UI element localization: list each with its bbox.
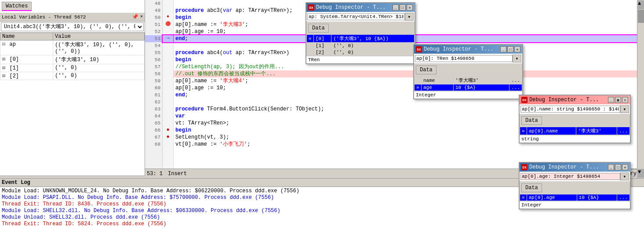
expand-icon[interactable]: ⊞ <box>2 65 5 71</box>
line-num: 51 <box>145 21 162 28</box>
di-address-input[interactable] <box>415 55 513 62</box>
di-footer: string <box>520 135 630 143</box>
di-addr-dropdown[interactable]: ▼ <box>513 55 521 62</box>
line-num: 55 <box>145 49 162 56</box>
di-tab-row: Data <box>520 182 630 194</box>
col-value: Value <box>53 33 145 40</box>
di-expand-btn[interactable]: ... <box>617 127 630 135</box>
close-button[interactable]: ✕ <box>514 46 520 52</box>
di-key: ap[0].name <box>527 127 576 135</box>
di-expand-btn[interactable]: ... <box>617 194 630 201</box>
line-num: 67 <box>145 134 162 141</box>
code-text: ; <box>247 141 250 147</box>
expand-icon[interactable]: ⊟ <box>2 41 5 48</box>
di-title-text: Debug Inspector - T... <box>424 46 493 52</box>
gutter-line <box>163 49 173 56</box>
maximize-button[interactable]: □ <box>615 164 621 170</box>
expand-icon[interactable]: ⊞ <box>2 73 5 79</box>
code-text: abc3( <box>207 7 223 14</box>
breakpoint-marker: ● <box>163 134 173 141</box>
debug-inspector-3: DX Debug Inspector - T... _ ▣ ✕ ▼ Data »… <box>519 95 631 143</box>
di-expand-cell: » <box>520 194 527 201</box>
close-icon[interactable]: ✕ <box>140 14 143 20</box>
gutter-line <box>163 106 173 113</box>
var-value-2: ('', 0) <box>53 72 145 80</box>
code-text: ap: TArray<TRen>) <box>236 50 289 56</box>
restore-button[interactable]: ▣ <box>615 97 621 103</box>
log-line: Module Unload: SHELL32.dll. Process ddd.… <box>2 214 642 221</box>
di-addr-dropdown[interactable]: ▼ <box>620 172 629 180</box>
di-title-text: Debug Inspector - T... <box>316 4 386 11</box>
di-window-controls: _ □ ✕ <box>500 46 520 52</box>
expand-icon[interactable]: ⊞ <box>2 56 5 62</box>
di-data-tab[interactable]: Data <box>521 116 542 125</box>
di-addr-dropdown[interactable]: ▼ <box>405 13 414 21</box>
var-value-0: ('李大嘴3', 10) <box>53 55 145 64</box>
keyword: out <box>223 50 236 56</box>
debug-inspector-4: DX Debug Inspector - T... _ □ ✕ ▼ Data »… <box>519 162 631 209</box>
line-num: 64 <box>145 113 162 120</box>
keyword: procedure <box>175 7 207 14</box>
di-value: '李大嘴3' <box>453 77 509 84</box>
di-expand-cell: » <box>520 127 527 135</box>
left-panel: Watches Local Variables - Thread 5672 📌 … <box>0 0 145 176</box>
di-address-input[interactable] <box>520 173 620 180</box>
maximize-button[interactable]: □ <box>507 46 513 52</box>
main-scrollbar-v[interactable]: ▲ ▼ <box>637 0 644 178</box>
var-value-ap: (('李大嘴3', 10), ('', 0), ('', 0)) <box>53 40 145 55</box>
minimize-button[interactable]: _ <box>393 4 399 11</box>
marker-gutter: ● 🔴 → ● ● <box>163 0 174 178</box>
table-row[interactable]: » ap[0].name '李大嘴3' ... <box>520 127 630 135</box>
maximize-button[interactable]: □ <box>400 4 406 11</box>
di-footer: Integer <box>520 201 630 209</box>
di-title-left: DX Debug Inspector - T... <box>416 46 493 52</box>
di-data-table: » ap[0].name '李大嘴3' ... <box>520 127 630 135</box>
table-row: ⊞ [1] ('', 0) <box>0 64 145 72</box>
var-name-2: [2] <box>9 73 19 79</box>
di-expand-btn[interactable]: ... <box>509 84 522 91</box>
line-num: 50 <box>145 14 162 21</box>
di-tab-row: Data <box>414 64 522 76</box>
gutter-line <box>163 63 173 70</box>
line-num: 68 <box>145 141 162 148</box>
scrollbar-thumb-top[interactable]: ▲ <box>638 0 644 9</box>
keyword: begin <box>175 15 191 21</box>
code-text: ap[0].age := 10; <box>175 29 226 35</box>
thread-dropdown-row: Unit4.abc3(('李大嘴3', 10), ('', 0), ('', 0… <box>0 22 145 33</box>
minimize-button[interactable]: _ <box>608 97 614 103</box>
close-button[interactable]: ✕ <box>622 97 628 103</box>
close-button[interactable]: ✕ <box>622 164 628 170</box>
di-address-input[interactable] <box>520 106 620 113</box>
di-address-row: ▼ <box>306 12 415 22</box>
di-data-tab[interactable]: Data <box>416 66 437 74</box>
di-address-row: ▼ <box>414 54 522 64</box>
vars-table: Name Value ⊟ ap (('李大嘴3', 10), ('', 0), … <box>0 33 145 80</box>
di-address-input[interactable] <box>307 13 405 20</box>
di-footer: TRen <box>306 56 415 63</box>
di-data-tab[interactable]: Data <box>521 183 542 192</box>
keyword: var <box>175 113 185 119</box>
close-button[interactable]: ✕ <box>407 4 413 11</box>
debug-inspector-2: DX Debug Inspector - T... _ □ ✕ ▼ Data n… <box>413 44 523 99</box>
di-expand-cell <box>415 77 422 84</box>
scrollbar-thumb-bottom[interactable]: ▼ <box>638 169 644 178</box>
table-row[interactable]: » [0] ('李大嘴3', 10 {$A}) <box>307 35 415 43</box>
di-expand-cell: » <box>307 35 314 43</box>
code-text: abc4( <box>207 50 223 56</box>
thread-dropdown[interactable]: Unit4.abc3(('李大嘴3', 10), ('', 0), ('', 0… <box>1 22 144 31</box>
pin-icon[interactable]: 📌 <box>132 14 138 20</box>
di-data-tab[interactable]: Data <box>308 24 329 33</box>
table-row: [1] ('', 0) <box>307 43 415 49</box>
di-value: 10 {$A} <box>577 194 617 201</box>
table-row[interactable]: » ap[0].age 10 {$A} ... <box>520 194 630 201</box>
di-window-controls: _ □ ✕ <box>608 164 628 170</box>
di-value: 10 {$A} <box>453 84 509 91</box>
minimize-button[interactable]: _ <box>608 164 614 170</box>
watches-tab[interactable]: Watches <box>2 2 32 11</box>
di-addr-dropdown[interactable]: ▼ <box>620 105 629 113</box>
scrollbar-thumb[interactable] <box>638 10 644 23</box>
minimize-button[interactable]: _ <box>500 46 506 52</box>
di-expand-btn[interactable]: ... <box>509 77 522 84</box>
table-row[interactable]: » age 10 {$A} ... <box>415 84 522 91</box>
line-num: 63 <box>145 106 162 113</box>
